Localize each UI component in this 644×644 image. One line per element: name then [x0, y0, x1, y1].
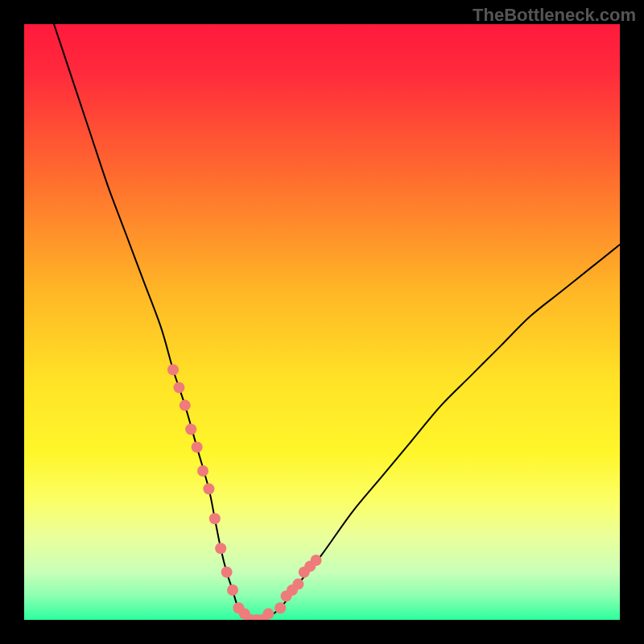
highlight-dot — [185, 423, 196, 435]
bottleneck-curve — [54, 24, 620, 620]
chart-frame: TheBottleneck.com — [0, 0, 644, 644]
highlight-dot — [180, 400, 191, 411]
highlight-dot — [292, 579, 303, 590]
highlight-dot — [209, 513, 221, 524]
highlight-dot — [167, 364, 179, 375]
plot-area — [24, 24, 620, 620]
highlight-dot — [262, 609, 274, 620]
highlight-dot — [197, 465, 208, 477]
highlight-dot — [275, 602, 286, 613]
highlight-dot — [227, 584, 238, 596]
highlight-dots — [167, 364, 322, 620]
highlight-dot — [221, 567, 233, 578]
highlight-dot — [215, 543, 226, 554]
highlight-dot — [192, 441, 203, 452]
highlight-dot — [311, 555, 322, 566]
highlight-dot — [173, 382, 184, 393]
curve-layer — [24, 24, 620, 620]
watermark-text: TheBottleneck.com — [473, 5, 636, 26]
highlight-dot — [203, 483, 214, 494]
